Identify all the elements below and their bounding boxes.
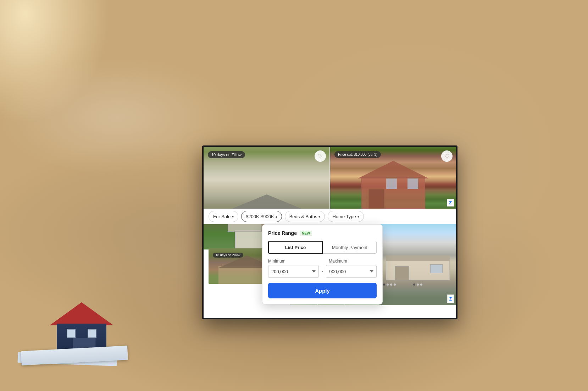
range-labels-row: Minimum Maximum (268, 259, 377, 264)
price-range-chevron-icon: ▴ (276, 215, 277, 219)
dropdown-title: Price Range (268, 230, 297, 236)
beds-baths-chevron-icon: ▾ (318, 215, 320, 219)
for-sale-chevron-icon: ▾ (232, 215, 234, 219)
range-inputs: 200,000 100,000 150,000 250,000 300,000 … (268, 265, 377, 278)
new-badge: NEW (300, 231, 312, 236)
zillow-badge-4: Z (447, 294, 454, 303)
list-price-tab[interactable]: List Price (268, 241, 323, 254)
maximum-label: Maximum (329, 259, 377, 264)
price-cut-badge-2: Price cut: $10,000 (Jul 3) (334, 151, 381, 158)
monthly-payment-tab[interactable]: Monthly Payment (323, 241, 377, 254)
minimum-label: Minimum (268, 259, 316, 264)
price-range-dropdown: Price Range NEW List Price Monthly Payme… (262, 224, 383, 304)
days-badge-1: 10 days on Zillow (208, 151, 245, 158)
favorite-btn-2[interactable]: ♡ (441, 150, 453, 162)
card3-dots-left (383, 283, 396, 286)
filter-bar: For Sale ▾ $200K-$900K ▴ Beds & Baths ▾ … (204, 209, 456, 224)
light-flare (0, 0, 124, 142)
max-price-select[interactable]: 900,000 500,000 750,000 1,000,000 (326, 265, 377, 278)
beds-baths-filter[interactable]: Beds & Baths ▾ (285, 211, 325, 222)
for-sale-filter[interactable]: For Sale ▾ (209, 211, 238, 222)
dropdown-header: Price Range NEW (268, 230, 377, 236)
home-type-chevron-icon: ▾ (357, 215, 359, 219)
property-card-2[interactable]: Price cut: $10,000 (Jul 3) ♡ Z (330, 147, 456, 209)
apply-button[interactable]: Apply (268, 283, 377, 298)
house-window-right (88, 329, 96, 338)
card4-dots (413, 283, 422, 286)
house-shape-4 (386, 252, 450, 280)
zillow-logo-badge: Z (447, 199, 454, 206)
house-shape-2 (358, 163, 429, 209)
favorite-btn-1[interactable]: ♡ (315, 150, 326, 162)
min-price-select[interactable]: 200,000 100,000 150,000 250,000 300,000 (268, 265, 319, 278)
house-roof (50, 302, 113, 325)
home-type-filter[interactable]: Home Type ▾ (328, 211, 364, 222)
house-window-left (67, 329, 76, 338)
range-dash: - (322, 269, 323, 274)
price-range-filter[interactable]: $200K-$900K ▴ (241, 211, 282, 222)
price-tabs: List Price Monthly Payment (268, 241, 377, 254)
browser-window: 10 days on Zillow ♡ Price cut: $10,000 (… (202, 145, 457, 319)
